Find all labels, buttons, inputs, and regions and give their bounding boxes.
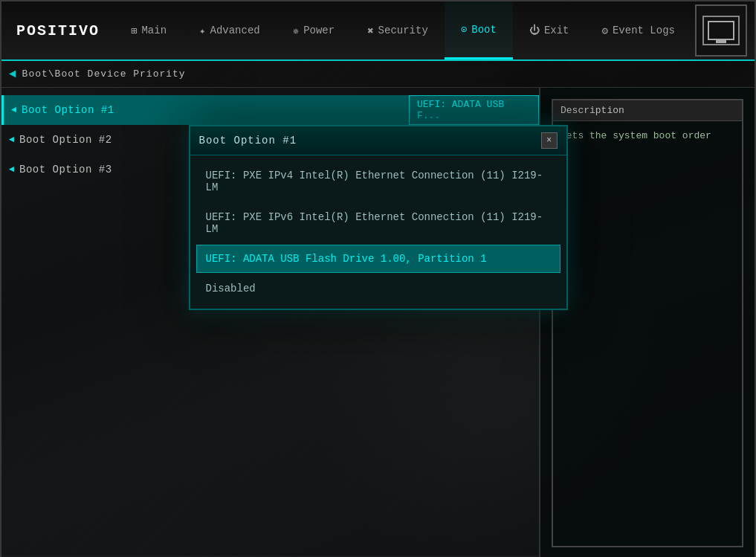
brand-name: POSITIVO [16, 22, 100, 39]
modal-titlebar: Boot Option #1 × [190, 126, 566, 155]
main-icon: ⊞ [131, 25, 137, 37]
modal-option-3[interactable]: UEFI: ADATA USB Flash Drive 1.00, Partit… [196, 245, 560, 273]
nav-item-advanced[interactable]: ✦ Advanced [183, 1, 277, 59]
breadcrumb-back-button[interactable]: ◄ [9, 68, 16, 81]
nav-label-main: Main [141, 25, 167, 36]
nav-item-security[interactable]: ✖ Security [351, 1, 445, 59]
bios-container: POSITIVO ⊞ Main ✦ Advanced ✵ Power ✖ Sec… [0, 0, 756, 557]
modal-option-4[interactable]: Disabled [196, 274, 560, 303]
breadcrumb-bar: ◄ Boot\Boot Device Priority [1, 61, 755, 88]
modal-dialog: Boot Option #1 × UEFI: PXE IPv4 Intel(R)… [189, 125, 568, 310]
header-bar: POSITIVO ⊞ Main ✦ Advanced ✵ Power ✖ Sec… [1, 1, 755, 61]
security-icon: ✖ [367, 25, 373, 37]
nav-item-exit[interactable]: ⏻ Exit [513, 1, 586, 59]
eventlogs-icon: ⚙ [601, 25, 607, 37]
nav-item-boot[interactable]: ⊙ Boot [445, 1, 513, 59]
modal-overlay: Boot Option #1 × UEFI: PXE IPv4 Intel(R)… [1, 88, 755, 556]
nav-item-power[interactable]: ✵ Power [277, 1, 351, 59]
breadcrumb-path: Boot\Boot Device Priority [22, 68, 186, 80]
nav-label-boot: Boot [471, 24, 497, 36]
modal-close-button[interactable]: × [541, 132, 558, 149]
modal-options-list: UEFI: PXE IPv4 Intel(R) Ethernet Connect… [190, 155, 566, 309]
nav-label-exit: Exit [544, 25, 569, 36]
nav-item-eventlogs[interactable]: ⚙ Event Logs [585, 1, 691, 59]
logo-box-inner [702, 16, 740, 45]
power-icon: ✵ [293, 25, 299, 37]
nav-menu: ⊞ Main ✦ Advanced ✵ Power ✖ Security ⊙ B… [114, 1, 695, 59]
modal-title: Boot Option #1 [199, 135, 297, 147]
brand-logo: POSITIVO [1, 22, 114, 39]
nav-label-power: Power [303, 25, 335, 36]
monitor-icon [708, 21, 734, 40]
modal-option-1[interactable]: UEFI: PXE IPv4 Intel(R) Ethernet Connect… [196, 161, 560, 202]
nav-label-eventlogs: Event Logs [613, 25, 675, 36]
advanced-icon: ✦ [199, 25, 205, 37]
modal-option-2[interactable]: UEFI: PXE IPv6 Intel(R) Ethernet Connect… [196, 203, 560, 243]
logo-box [695, 4, 747, 57]
boot-icon: ⊙ [461, 23, 467, 36]
exit-icon: ⏻ [529, 25, 540, 36]
nav-label-security: Security [378, 25, 428, 36]
nav-label-advanced: Advanced [210, 25, 260, 36]
nav-item-main[interactable]: ⊞ Main [114, 1, 183, 59]
